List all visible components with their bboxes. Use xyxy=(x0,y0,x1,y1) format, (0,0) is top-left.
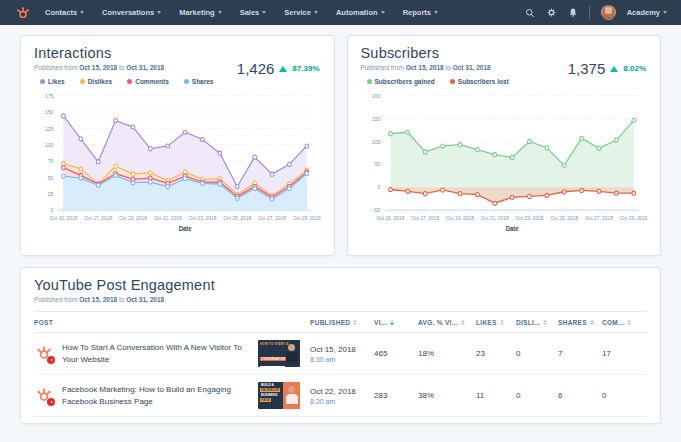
column-label: POST xyxy=(34,319,53,326)
published-time[interactable]: 8:30 am xyxy=(310,356,374,363)
legend-label: Likes xyxy=(48,78,65,85)
svg-text:0: 0 xyxy=(51,207,54,213)
legend-label: Dislikes xyxy=(88,78,113,85)
column-header-disli[interactable]: DISLI... xyxy=(516,319,558,326)
published-cell: Oct 22, 20188:30 am xyxy=(310,387,374,405)
thumbnail-face xyxy=(283,382,300,409)
chevron-down-icon xyxy=(434,11,438,14)
video-thumbnail[interactable]: HOW TO START ACONVERSATIONNEW VISITOR xyxy=(258,340,300,367)
dislikes-cell: 0 xyxy=(516,391,558,400)
hubspot-logo[interactable] xyxy=(16,6,30,20)
avatar[interactable] xyxy=(601,5,616,20)
column-label: DISLI... xyxy=(516,319,540,326)
avg-viewed-cell: 18% xyxy=(418,349,476,358)
sort-carets-icon xyxy=(590,320,594,325)
nav-item-sales[interactable]: Sales xyxy=(240,8,267,17)
likes-cell: 23 xyxy=(476,349,516,358)
nav-item-contacts[interactable]: Contacts xyxy=(45,8,84,17)
legend-label: Comments xyxy=(135,78,169,85)
svg-text:150: 150 xyxy=(371,115,380,121)
engagement-card: YouTube Post Engagement Published from O… xyxy=(20,267,661,424)
to-word: to xyxy=(119,296,124,303)
svg-text:Oct 19, 2018: Oct 19, 2018 xyxy=(119,215,147,221)
svg-text:Date: Date xyxy=(505,224,518,231)
thumbnail-face xyxy=(285,344,298,362)
column-label: LIKES xyxy=(476,319,497,326)
column-header-published[interactable]: PUBLISHED xyxy=(310,319,374,326)
subscribers-delta: 8.02% xyxy=(623,64,646,73)
engagement-title: YouTube Post Engagement xyxy=(34,277,647,293)
nav-item-label: Reports xyxy=(403,8,431,17)
academy-menu[interactable]: Academy xyxy=(627,8,667,17)
post-title-link[interactable]: How To Start A Conversation With A New V… xyxy=(62,342,258,364)
interactions-chart: 0255075100125150175Oct 15, 2018Oct 17, 2… xyxy=(34,87,321,249)
trend-up-icon xyxy=(610,66,618,72)
gear-icon[interactable] xyxy=(546,7,557,18)
interactions-total-stat: 1,426 87.39% xyxy=(237,60,320,77)
svg-text:Oct 19, 2018: Oct 19, 2018 xyxy=(445,215,473,221)
nav-item-label: Conversations xyxy=(102,8,154,17)
interactions-delta: 87.39% xyxy=(292,64,319,73)
legend-item-subscribers-gained[interactable]: Subscribers gained xyxy=(367,78,435,85)
search-icon[interactable] xyxy=(525,8,535,18)
legend-dot-icon xyxy=(184,79,189,84)
column-label: VI... xyxy=(374,319,387,326)
legend-item-dislikes[interactable]: Dislikes xyxy=(80,78,113,85)
column-header-com[interactable]: COM... xyxy=(602,319,644,326)
nav-item-marketing[interactable]: Marketing xyxy=(179,8,221,17)
date-end: Oct 31, 2018 xyxy=(126,296,164,303)
nav-item-reports[interactable]: Reports xyxy=(403,8,438,17)
legend-dot-icon xyxy=(40,79,45,84)
youtube-badge-icon xyxy=(47,356,55,364)
table-body: How To Start A Conversation With A New V… xyxy=(34,333,647,417)
interactions-card: Interactions Published from Oct 15, 2018… xyxy=(20,35,335,256)
chevron-down-icon xyxy=(80,11,84,14)
channel-icon xyxy=(36,345,54,363)
subscribers-total-stat: 1,375 8.02% xyxy=(568,60,646,77)
table-header: POSTPUBLISHEDVI...AVG. % VI...LIKESDISLI… xyxy=(34,311,647,333)
svg-text:Oct 17, 2018: Oct 17, 2018 xyxy=(84,215,112,221)
legend-item-shares[interactable]: Shares xyxy=(184,78,214,85)
legend-dot-icon xyxy=(127,79,132,84)
column-header-likes[interactable]: LIKES xyxy=(476,319,516,326)
sort-carets-icon xyxy=(461,320,465,325)
chevron-down-icon xyxy=(218,11,222,14)
nav-item-service[interactable]: Service xyxy=(284,8,318,17)
subscribers-title: Subscribers xyxy=(361,45,648,61)
video-thumbnail[interactable]: BUILD AFACEBOOKBUSINESSPAGE xyxy=(258,382,300,409)
published-time[interactable]: 8:30 am xyxy=(310,398,374,405)
legend-item-comments[interactable]: Comments xyxy=(127,78,169,85)
column-header-avgvi[interactable]: AVG. % VI... xyxy=(418,319,476,326)
sort-carets-icon xyxy=(627,320,631,325)
subscribers-total: 1,375 xyxy=(568,60,606,77)
legend-item-likes[interactable]: Likes xyxy=(40,78,65,85)
svg-text:175: 175 xyxy=(45,93,54,99)
column-header-shares[interactable]: SHARES xyxy=(558,319,602,326)
legend-label: Subscribers gained xyxy=(375,78,435,85)
published-cell: Oct 15, 20188:30 am xyxy=(310,345,374,363)
sort-carets-icon xyxy=(353,320,357,325)
channel-icon xyxy=(36,387,54,405)
engagement-table: POSTPUBLISHEDVI...AVG. % VI...LIKESDISLI… xyxy=(34,311,647,417)
column-label: AVG. % VI... xyxy=(418,319,458,326)
nav-divider xyxy=(589,6,590,19)
nav-item-conversations[interactable]: Conversations xyxy=(102,8,161,17)
column-header-post: POST xyxy=(34,319,310,326)
to-word: to xyxy=(119,64,124,71)
legend-item-subscribers-lost[interactable]: Subscribers lost xyxy=(450,78,509,85)
svg-text:50: 50 xyxy=(48,174,54,180)
nav-item-automation[interactable]: Automation xyxy=(336,8,385,17)
bell-icon[interactable] xyxy=(568,7,578,18)
interactions-legend: LikesDislikesCommentsShares xyxy=(40,78,321,85)
shares-cell: 7 xyxy=(558,349,602,358)
likes-cell: 11 xyxy=(476,391,516,400)
chevron-down-icon xyxy=(262,11,266,14)
svg-text:150: 150 xyxy=(45,109,54,115)
column-header-vi[interactable]: VI... xyxy=(374,319,418,326)
svg-text:Oct 29, 2018: Oct 29, 2018 xyxy=(619,215,647,221)
post-title-link[interactable]: Facebook Marketing: How to Build an Enga… xyxy=(62,384,258,406)
to-word: to xyxy=(445,64,450,71)
post-cell: How To Start A Conversation With A New V… xyxy=(34,340,310,367)
svg-text:Oct 23, 2018: Oct 23, 2018 xyxy=(188,215,216,221)
published-date: Oct 15, 2018 xyxy=(310,345,374,354)
